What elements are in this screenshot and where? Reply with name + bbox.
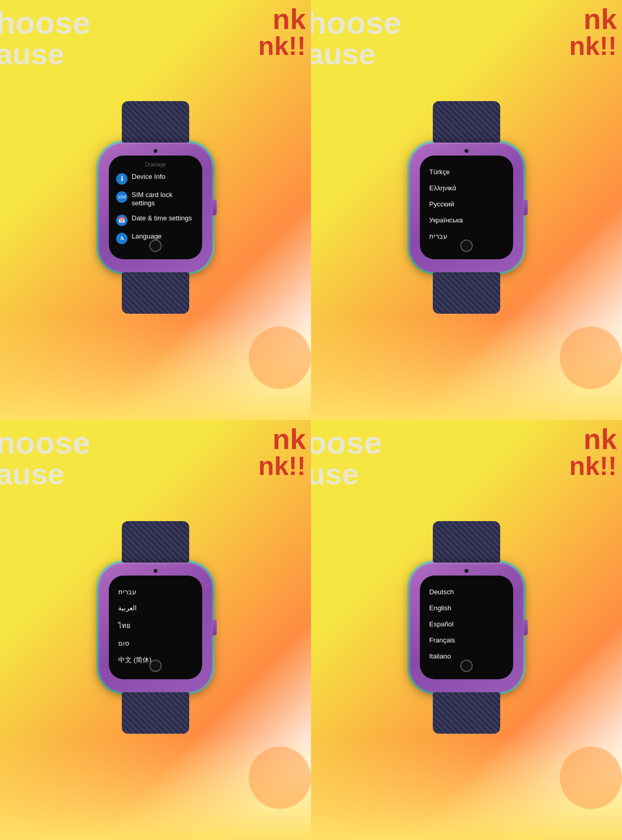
home-button-4[interactable] (460, 660, 473, 672)
device-info-label: Device Info (132, 173, 165, 181)
lang-list-2: Türkçe Ελληνικά Русский Українська עברית (425, 160, 508, 248)
bg-text-7: nk (584, 3, 617, 36)
watch-body-1: Drainage ℹ Device Info SIM SIM card lock… (98, 143, 213, 272)
menu-item-sim[interactable]: SIM SIM card lock settings (114, 188, 197, 211)
bg-text-6: ause (311, 36, 375, 71)
watch-screen-4: Deutsch English Español Français Italian… (420, 576, 513, 679)
watch-3: עברית العربية ไทย סום 中文 (简休) (88, 521, 223, 739)
sim-icon: SIM (116, 191, 128, 203)
lang-list-4: Deutsch English Español Français Italian… (425, 580, 508, 668)
screen-title-faded: Drainage (114, 162, 197, 170)
strap-top-3 (122, 521, 189, 563)
watch-2: Türkçe Ελληνικά Русский Українська עברית (399, 101, 534, 319)
list-item[interactable]: סום (118, 635, 193, 651)
list-item[interactable]: English (429, 600, 504, 616)
bg-text-4: nk!! (258, 31, 306, 61)
home-button-1[interactable] (149, 240, 162, 252)
strap-bottom-4 (433, 692, 500, 734)
list-item[interactable]: Español (429, 616, 504, 632)
watch-screen-2: Türkçe Ελληνικά Русский Українська עברית (420, 156, 513, 259)
bg-text-10: ause (0, 456, 64, 491)
watch-4: Deutsch English Español Français Italian… (399, 521, 534, 739)
language-label: Language (132, 232, 162, 241)
language-icon: A (116, 233, 128, 244)
strap-top-2 (433, 101, 500, 143)
quadrant-3: noose ause nk nk!! עברית العربية ไทย סום… (0, 420, 311, 840)
list-item[interactable]: עברית (118, 584, 193, 600)
bg-text-11: nk (273, 423, 306, 456)
camera-3 (153, 569, 158, 573)
datetime-label: Date & time settings (132, 214, 192, 222)
list-item[interactable]: العربية (118, 600, 193, 616)
list-item[interactable]: Ελληνικά (429, 180, 504, 196)
bg-text-1: hoose (0, 4, 91, 41)
strap-top-4 (433, 521, 500, 563)
list-item[interactable]: Deutsch (429, 584, 504, 600)
menu-item-datetime[interactable]: 📅 Date & time settings (114, 211, 197, 229)
list-item[interactable]: Українська (429, 212, 504, 228)
menu-item-device-info[interactable]: ℹ Device Info (114, 170, 197, 188)
list-item[interactable]: Français (429, 632, 504, 648)
camera-2 (464, 149, 469, 153)
list-item[interactable]: Türkçe (429, 164, 504, 180)
list-item[interactable]: Русский (429, 196, 504, 212)
bg-text-2: ause (0, 36, 64, 71)
calendar-icon: 📅 (116, 215, 128, 226)
home-button-3[interactable] (149, 660, 162, 672)
bg-text-3: nk (273, 3, 306, 36)
sim-label: SIM card lock settings (132, 191, 195, 208)
watch-body-3: עברית العربية ไทย סום 中文 (简休) (98, 563, 213, 692)
bg-text-12: nk!! (258, 451, 306, 481)
bg-text-5: hoose (311, 4, 402, 41)
bg-text-16: nk!! (569, 451, 617, 481)
watch-body-4: Deutsch English Español Français Italian… (409, 563, 524, 692)
bg-text-13: oose (311, 424, 382, 461)
strap-top-1 (122, 101, 189, 143)
bg-text-15: nk (584, 423, 617, 456)
watch-button-4 (524, 620, 528, 635)
strap-bottom-3 (122, 692, 189, 734)
info-icon: ℹ (116, 173, 128, 185)
watch-screen-1: Drainage ℹ Device Info SIM SIM card lock… (109, 156, 202, 259)
watch-button-2 (524, 200, 528, 215)
watch-body-2: Türkçe Ελληνικά Русский Українська עברית (409, 143, 524, 272)
home-button-2[interactable] (460, 240, 473, 252)
camera-1 (153, 149, 158, 153)
quadrant-2: hoose ause nk nk!! Türkçe Ελληνικά Русск… (311, 0, 622, 420)
bg-text-9: noose (0, 424, 91, 461)
strap-bottom-1 (122, 272, 189, 314)
watch-button-1 (213, 200, 217, 215)
strap-bottom-2 (433, 272, 500, 314)
quadrant-4: oose use nk nk!! Deutsch English Español… (311, 420, 622, 840)
bg-text-14: use (311, 456, 359, 491)
quadrant-1: hoose ause nk nk!! Drainage ℹ Device Inf… (0, 0, 311, 420)
watch-1: Drainage ℹ Device Info SIM SIM card lock… (88, 101, 223, 319)
camera-4 (464, 569, 469, 573)
bg-text-8: nk!! (569, 31, 617, 61)
list-item[interactable]: ไทย (118, 616, 193, 635)
watch-screen-3: עברית العربية ไทย סום 中文 (简休) (109, 576, 202, 679)
lang-list-3: עברית العربية ไทย סום 中文 (简休) (114, 580, 197, 673)
watch-button-3 (213, 620, 217, 635)
